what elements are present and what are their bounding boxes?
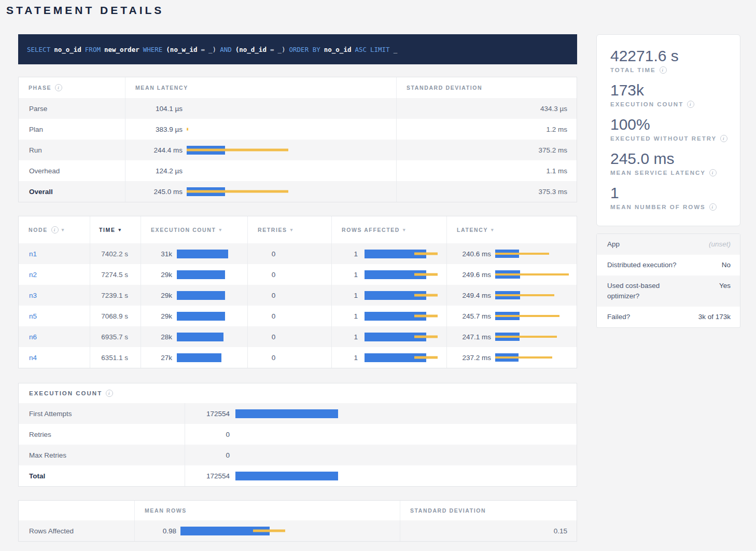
info-icon[interactable]: i [709, 169, 717, 176]
node-link[interactable]: n2 [29, 271, 37, 279]
latency-bar-chart [495, 270, 578, 279]
mean-latency-value: 245.0 ms [136, 188, 183, 196]
count-bar [235, 472, 338, 480]
latency-column-header[interactable]: LATENCY ▾ [446, 216, 578, 243]
execution-count-bar-chart [235, 472, 578, 480]
sql-token: WHERE [143, 46, 163, 53]
stddev-bar [414, 315, 438, 318]
execution-count-bar-chart [177, 333, 247, 341]
latency-bar-chart [495, 312, 578, 320]
node-link[interactable]: n5 [29, 312, 37, 320]
rows-affected-table: MEAN ROWS STANDARD DEVIATION Rows Affect… [18, 500, 577, 542]
node-link[interactable]: n1 [29, 250, 37, 258]
stddev-bar [495, 356, 552, 359]
sql-token: = [270, 46, 274, 53]
latency-bar-chart [187, 104, 396, 113]
node-table-row: n1 7402.2 s 31k 0 1 [19, 243, 577, 264]
sql-token: LIMIT [370, 46, 390, 53]
count-bar [177, 270, 225, 279]
info-icon[interactable]: i [660, 66, 667, 74]
sort-arrow-icon[interactable]: ▾ [118, 227, 121, 232]
execution-count-row-value: 172554 [185, 472, 230, 480]
execution-count-bar-chart [235, 409, 578, 418]
stat-label: MEAN NUMBER OF ROWS [610, 204, 706, 210]
sql-token: _ [394, 46, 398, 53]
sort-arrow-icon[interactable]: ▾ [62, 227, 65, 232]
sort-arrow-icon[interactable]: ▾ [491, 227, 494, 232]
latency-value: 249.4 ms [447, 292, 491, 299]
info-icon[interactable]: i [687, 101, 694, 108]
sort-arrow-icon[interactable]: ▾ [219, 227, 222, 232]
latency-bar-chart [187, 187, 396, 196]
node-table-header: NODE i ▾ TIME ▾ EXECUTION COUNT ▾ RETRIE… [19, 216, 577, 243]
node-link[interactable]: n6 [29, 333, 37, 341]
attribute-row: Failed? 3k of 173k [597, 307, 740, 327]
rows-affected-bar-chart [365, 333, 446, 341]
count-bar [177, 250, 228, 258]
execution-count-row: Retries 0 [19, 424, 577, 445]
sort-arrow-icon[interactable]: ▾ [403, 227, 406, 232]
attribute-row: App (unset) [597, 234, 740, 255]
info-icon[interactable]: i [720, 135, 727, 142]
stddev-bar [495, 315, 559, 317]
execution-count-value: 29k [143, 292, 172, 299]
latency-bar-chart [495, 333, 578, 341]
time-value: 7402.2 s [101, 250, 128, 258]
phase-column-header: PHASE i [19, 77, 125, 98]
execution-count-value: 31k [143, 250, 172, 258]
execution-count-value: 27k [143, 354, 172, 362]
rows-affected-value: 1 [332, 354, 358, 362]
rows-affected-row: Rows Affected 0.98 0.15 [19, 520, 577, 541]
count-bar [177, 333, 223, 341]
info-icon[interactable]: i [106, 390, 113, 397]
execution-count-column-header[interactable]: EXECUTION COUNT ▾ [141, 216, 247, 243]
info-icon[interactable]: i [709, 203, 717, 211]
latency-bar-chart [187, 125, 396, 134]
rows-affected-bar-chart [365, 291, 446, 300]
mean-rows-column-header: MEAN ROWS [134, 501, 400, 520]
stddev-bar [414, 273, 438, 276]
summary-stat: 100% EXECUTED WITHOUT RETRY i [610, 116, 740, 142]
stddev-bar [414, 336, 438, 338]
count-bar [177, 353, 221, 362]
statement-attributes-card: App (unset) Distributed execution? No Us… [596, 233, 740, 328]
node-table: NODE i ▾ TIME ▾ EXECUTION COUNT ▾ RETRIE… [18, 216, 577, 368]
rows-affected-column-header[interactable]: ROWS AFFECTED ▾ [331, 216, 446, 243]
rows-affected-value: 1 [332, 292, 358, 299]
sql-token: no_o_id [54, 46, 81, 53]
summary-stat: 245.0 ms MEAN SERVICE LATENCY i [610, 150, 740, 176]
latency-value: 237.2 ms [447, 354, 491, 362]
time-column-header[interactable]: TIME ▾ [90, 216, 141, 243]
info-icon[interactable]: i [51, 226, 59, 233]
phase-table-row: Run 244.4 ms 375.2 ms [19, 140, 577, 160]
retries-column-header[interactable]: RETRIES ▾ [247, 216, 331, 243]
retries-value: 0 [272, 333, 276, 341]
standard-deviation-column-header: STANDARD DEVIATION [400, 501, 578, 520]
attribute-row: Distributed execution? No [597, 255, 740, 276]
execution-count-bar-chart [177, 270, 247, 279]
execution-count-row: Max Retries 0 [19, 445, 577, 465]
stat-label: MEAN SERVICE LATENCY [610, 170, 706, 176]
sql-token: new_order [104, 46, 139, 53]
node-column-header[interactable]: NODE i ▾ [19, 216, 90, 243]
phase-label: Overall [29, 188, 53, 196]
execution-count-row-label: First Attempts [29, 410, 72, 418]
attribute-label: Used cost-based optimizer? [597, 281, 692, 301]
rows-affected-bar-chart [365, 250, 446, 258]
node-link[interactable]: n4 [29, 354, 37, 362]
node-table-row: n5 7068.9 s 29k 0 1 [19, 306, 577, 326]
time-value: 7239.1 s [101, 292, 128, 299]
execution-count-table-body: First Attempts 172554 Retries 0 [19, 403, 577, 486]
sql-statement-box: SELECT no_o_id FROM new_order WHERE (no_… [18, 34, 577, 64]
standard-deviation-value: 375.3 ms [538, 188, 567, 196]
execution-count-bar-chart [177, 353, 247, 362]
node-table-row: n3 7239.1 s 29k 0 1 [19, 285, 577, 306]
stddev-bar [187, 149, 288, 151]
mean-latency-column-header: MEAN LATENCY [125, 77, 396, 98]
sort-arrow-icon[interactable]: ▾ [290, 227, 293, 232]
retries-value: 0 [272, 271, 276, 279]
info-icon[interactable]: i [55, 84, 62, 91]
execution-count-row-value: 172554 [185, 410, 230, 418]
node-link[interactable]: n3 [29, 292, 37, 299]
stddev-bar [187, 190, 288, 193]
